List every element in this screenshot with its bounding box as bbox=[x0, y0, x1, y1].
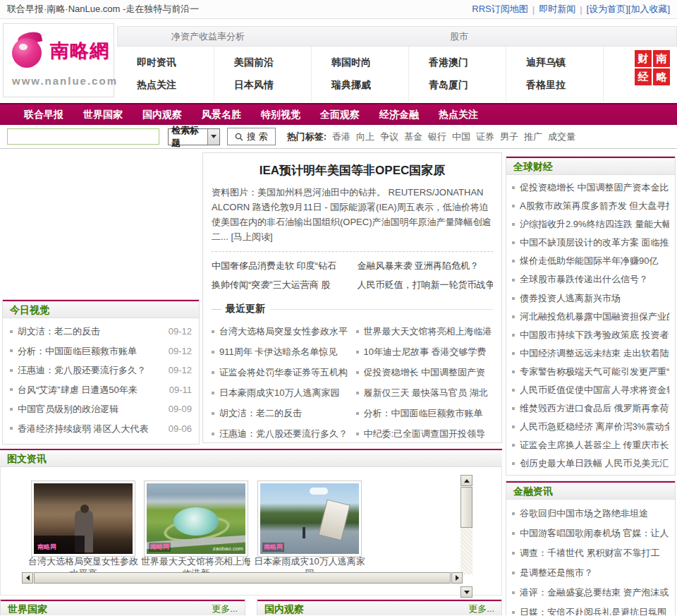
news-list-item[interactable]: 沪综指收升2.9%终结四连跌 量能大幅萎 bbox=[512, 215, 669, 234]
nav-item[interactable]: 特别视觉 bbox=[251, 104, 310, 124]
news-list-item[interactable]: 胡文洁：老二的反击 bbox=[212, 403, 349, 423]
news-list-item[interactable]: 港评：金融盛宴总要结束 资产泡沫或溅爆 bbox=[512, 583, 669, 603]
rss-subscribe-link[interactable]: RRS订阅地图 bbox=[472, 3, 527, 16]
hot-tag[interactable]: 向上 bbox=[356, 131, 374, 143]
hot-tag[interactable]: 香港 bbox=[332, 131, 350, 143]
hot-tag[interactable]: 男子 bbox=[500, 131, 518, 143]
hot-tag[interactable]: 基金 bbox=[404, 131, 422, 143]
search-input[interactable] bbox=[7, 128, 159, 145]
read-more-link[interactable]: [马上阅读] bbox=[231, 231, 272, 242]
tab-roe-analysis[interactable]: 净资产收益率分析 bbox=[171, 27, 245, 46]
news-list-item[interactable]: 日本豪雨成灾10万人逃离家园 bbox=[212, 382, 349, 403]
headline-link[interactable]: 换帅传闻“突袭”三大运营商 股 bbox=[212, 275, 348, 294]
news-list-item[interactable]: 香港经济持续疲弱 港区人大代表 09-06 bbox=[10, 419, 192, 439]
hot-tag[interactable]: 争议 bbox=[380, 131, 398, 143]
hot-tag[interactable]: 推广 bbox=[524, 131, 542, 143]
news-list-item[interactable]: 胡文洁：老二的反击 09-12 bbox=[10, 322, 192, 342]
scroll-up-button[interactable] bbox=[461, 475, 472, 486]
news-list-item[interactable]: 创历史最大单日跌幅 人民币兑美元汇率中 bbox=[512, 454, 669, 473]
news-list-item[interactable]: 促投资稳增长 中国调整固产资本金比例 bbox=[512, 179, 669, 197]
news-list-item[interactable]: 日媒：安倍不赴阅兵礼是避抗日氛围 bbox=[512, 603, 669, 615]
news-list-item[interactable]: 中国不缺顶层设计的改革方案 面临推进落 bbox=[512, 234, 669, 252]
news-list-item[interactable]: 世界最大天文馆将亮相上海临港 bbox=[356, 321, 494, 342]
instant-news-link[interactable]: 即时新闻 bbox=[539, 3, 575, 16]
logo-link[interactable]: 南略網 www.nanlue.com bbox=[3, 23, 114, 97]
vertical-scroll-thumb[interactable] bbox=[461, 487, 472, 528]
news-list-item[interactable]: 汪惠迪：党八股还要流行多久？ 09-12 bbox=[10, 361, 192, 380]
headline-link[interactable]: 金融风暴来袭 亚洲再陷危机？ bbox=[358, 256, 494, 275]
tab-stock-market[interactable]: 股市 bbox=[450, 27, 468, 46]
nav-item[interactable]: 热点关注 bbox=[429, 104, 488, 124]
scroll-right-button[interactable] bbox=[451, 572, 463, 584]
news-list-item[interactable]: 是调整还是熊市？ bbox=[512, 563, 669, 583]
search-field-select[interactable]: 检索标题 bbox=[168, 128, 220, 145]
global-finance-list: 促投资稳增长 中国调整固产资本金比例 A股救市政策再度多箭齐发 但大盘寻找市 沪… bbox=[506, 175, 675, 473]
photo-card-japan-flood[interactable]: 南略网 bbox=[257, 481, 362, 557]
news-list-item[interactable]: 台湾大选格局突显女性参政水平 bbox=[212, 321, 349, 342]
quick-link[interactable]: 迪拜乌镇 bbox=[526, 56, 603, 69]
caijing-nanlue-badge[interactable]: 财南经略 bbox=[635, 50, 670, 85]
quick-link[interactable]: 香港澳门 bbox=[429, 56, 506, 69]
bullet-icon bbox=[512, 572, 515, 574]
top-bar: 联合早报·南略·NanLue.com -走在独特与前沿一 RRS订阅地图 | 即… bbox=[0, 0, 677, 19]
scroll-down-button[interactable] bbox=[461, 586, 472, 598]
nav-item[interactable]: 风景名胜 bbox=[192, 104, 251, 124]
headline-link[interactable]: 人民币贬值，打响新一轮货币战争 bbox=[358, 275, 494, 294]
news-list-item[interactable]: 人民币急贬稳经济 离岸价泻3%震动全球 bbox=[512, 418, 669, 436]
news-list-item[interactable]: 证监会主席换人甚嚣尘上 传重庆市长黄奇 bbox=[512, 436, 669, 454]
news-list-item[interactable]: 分析：中国面临巨额救市账单 bbox=[356, 403, 494, 423]
headline-link[interactable]: 中国奢侈品消费走软 印度“钻石 bbox=[212, 256, 348, 275]
news-list-item[interactable]: 全球股市暴跌传递出什么信号？ bbox=[512, 270, 669, 289]
quick-link[interactable]: 韩国时尚 bbox=[331, 56, 408, 69]
news-list-item[interactable]: 汪惠迪：党八股还要流行多久？ bbox=[212, 423, 349, 443]
news-list-item[interactable]: 履新仅三天 最快落马官员 湖北 bbox=[356, 382, 494, 403]
news-list-item[interactable]: 中纪委:已全面调查国开投领导 bbox=[356, 423, 494, 443]
news-list-item[interactable]: 谷歌回归中国市场之路绝非坦途 bbox=[512, 504, 669, 524]
news-list-item[interactable]: 中国游客唱国歌闹泰机场 官媒：让人脸红 bbox=[512, 524, 669, 543]
quick-link[interactable]: 日本风情 bbox=[234, 79, 311, 92]
quick-link[interactable]: 美国前沿 bbox=[234, 56, 311, 69]
news-list-item[interactable]: 专家警告称极端天气可能引发更严重“粮 bbox=[512, 363, 669, 381]
quick-link[interactable]: 瑞典挪威 bbox=[331, 79, 408, 92]
bullet-icon bbox=[10, 408, 13, 411]
news-list-item[interactable]: 中国股市持续下跌考验政策底 投资者救市 bbox=[512, 326, 669, 344]
scroll-left-button[interactable] bbox=[22, 572, 33, 584]
news-list-item[interactable]: 煤价走低助华能国际半年净赚90亿 bbox=[512, 252, 669, 270]
horizontal-scroll-thumb[interactable] bbox=[34, 572, 451, 584]
more-link[interactable]: 更多... bbox=[212, 600, 238, 616]
news-list-item[interactable]: 人民币贬值促使中国富人寻求将资金转移 bbox=[512, 381, 669, 399]
quick-link[interactable]: 香格里拉 bbox=[526, 79, 603, 92]
nav-item[interactable]: 联合早报 bbox=[14, 104, 73, 124]
lead-headline[interactable]: IEA预计明年美国等非OPEC国家原 bbox=[210, 162, 494, 179]
quick-link[interactable]: 热点关注 bbox=[137, 79, 214, 92]
set-home-favorite-link[interactable]: [设为首页][加入收藏] bbox=[587, 3, 670, 16]
news-list-item[interactable]: 中国官员级别的政治逻辑 09-09 bbox=[10, 399, 192, 419]
news-list-item[interactable]: A股救市政策再度多箭齐发 但大盘寻找市 bbox=[512, 197, 669, 215]
search-button[interactable]: 搜 索 bbox=[227, 128, 276, 145]
nav-item[interactable]: 国内观察 bbox=[133, 104, 192, 124]
news-list-item[interactable]: 分析：中国面临巨额救市账单 09-12 bbox=[10, 342, 192, 361]
news-list-item[interactable]: 中国经济调整远远未结束 走出软着陆尚需 bbox=[512, 344, 669, 363]
hot-tag[interactable]: 中国 bbox=[452, 131, 470, 143]
hot-tag[interactable]: 银行 bbox=[428, 131, 446, 143]
news-list-item[interactable]: 调查：千禧世代 累积财富不靠打工 bbox=[512, 543, 669, 563]
hot-tag[interactable]: 成交量 bbox=[548, 131, 575, 143]
nav-item[interactable]: 世界国家 bbox=[73, 104, 133, 124]
photo-card-planetarium[interactable]: 南略网 zaobao.com bbox=[144, 481, 248, 557]
quick-link[interactable]: 即时资讯 bbox=[137, 56, 214, 69]
nav-item[interactable]: 经济金融 bbox=[370, 104, 429, 124]
photo-card-taiwan-rally[interactable]: 南略网 bbox=[31, 481, 135, 557]
news-list-item[interactable]: 河北融投危机暴露中国融资担保产业的问 bbox=[512, 308, 669, 326]
more-link[interactable]: 更多... bbox=[468, 600, 494, 616]
news-list-item[interactable]: 台风“艾涛”肆虐 日遭遇50年来 09-11 bbox=[10, 380, 192, 400]
quick-link[interactable]: 青岛厦门 bbox=[429, 79, 506, 92]
news-list-item[interactable]: 10年迪士尼故事 香港交够学费 bbox=[356, 342, 494, 362]
nav-item[interactable]: 全面观察 bbox=[310, 104, 370, 124]
news-list-item[interactable]: 证监会将处罚华泰证券等五机构 bbox=[212, 362, 349, 382]
hot-tag[interactable]: 证券 bbox=[476, 131, 494, 143]
news-list-item[interactable]: 促投资稳增长 中国调整固产资 bbox=[356, 362, 494, 382]
news-list-item[interactable]: 911周年 卡伊达暗杀名单惊见 bbox=[212, 342, 349, 362]
bullet-icon bbox=[512, 407, 515, 410]
news-list-item[interactable]: 维焚毁西方进口食品后 俄罗斯再拿荷兰鲜 bbox=[512, 399, 669, 418]
news-list-item[interactable]: 债券投资人逃离新兴市场 bbox=[512, 289, 669, 308]
